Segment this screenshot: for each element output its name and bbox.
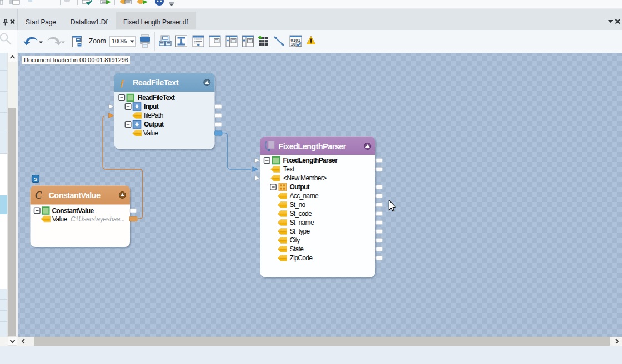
svg-text:St_name: St_name	[290, 219, 314, 226]
svg-text:ConstantValue: ConstantValue	[49, 191, 101, 200]
svg-text:Output: Output	[290, 183, 310, 191]
svg-text:ReadFileText: ReadFileText	[138, 94, 175, 102]
svg-text:<New Member>: <New Member>	[283, 174, 327, 182]
svg-text:ƒ: ƒ	[120, 78, 125, 88]
svg-text:St_code: St_code	[290, 210, 312, 218]
svg-text:FixedLengthParser: FixedLengthParser	[279, 142, 347, 151]
svg-text:FixedLengthParser: FixedLengthParser	[283, 156, 338, 164]
svg-text:Value: Value	[143, 129, 159, 137]
svg-text:Input: Input	[144, 103, 159, 110]
svg-text:ReadFileText: ReadFileText	[133, 78, 179, 87]
svg-text:State: State	[290, 245, 304, 253]
svg-text:ConstantValue: ConstantValue	[52, 207, 94, 215]
svg-text:S: S	[34, 176, 37, 182]
svg-text:St_type: St_type	[290, 228, 310, 235]
svg-text:City: City	[290, 236, 300, 244]
svg-text:Text: Text	[283, 165, 295, 173]
svg-text:filePath: filePath	[144, 112, 163, 119]
svg-text:Output: Output	[144, 120, 164, 128]
svg-text:Value: Value	[52, 215, 68, 223]
svg-text:Acc_name: Acc_name	[290, 192, 319, 200]
svg-text:C: C	[35, 190, 42, 201]
svg-text:ZipCode: ZipCode	[290, 254, 313, 262]
svg-text:C:\Users\ayeshaa...: C:\Users\ayeshaa...	[71, 215, 125, 223]
svg-text:St_no: St_no	[290, 201, 306, 209]
